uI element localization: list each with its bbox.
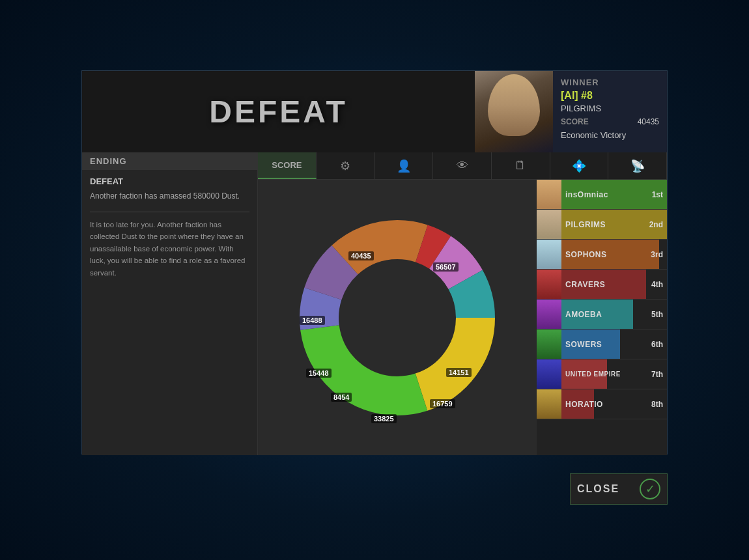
ending-sub-text: Another faction has amassed 580000 Dust.: [90, 190, 249, 202]
lb-name-2: PILGRIMS: [561, 220, 647, 229]
tab-trade[interactable]: 🗒: [492, 152, 550, 179]
main-container: DEFEAT WINNER [AI] #8 PILGRIMS SCORE 404…: [81, 70, 668, 455]
header: DEFEAT WINNER [AI] #8 PILGRIMS SCORE 404…: [82, 71, 667, 152]
donut-chart: 40435 56507 14151 16759 33825 8454 15448…: [287, 207, 508, 428]
label-8454: 8454: [331, 393, 352, 402]
winner-name: [AI] #8: [561, 90, 659, 102]
winner-score-value: 40435: [638, 117, 659, 126]
label-16759: 16759: [430, 399, 455, 408]
tab-population[interactable]: ⚙: [317, 152, 375, 179]
donut-center: [339, 260, 455, 376]
lb-name-5: AMOEBA: [561, 310, 647, 319]
defeat-title: DEFEAT: [209, 94, 347, 130]
lb-rank-1: 1st: [647, 190, 667, 199]
portrait-image: [475, 71, 553, 152]
ending-header: ENDING: [82, 152, 257, 170]
winner-score-row: SCORE 40435: [561, 117, 659, 126]
leaderboard-row-7: UNITED EMPIRE 7th: [537, 359, 667, 389]
ending-defeat-text: DEFEAT: [90, 176, 249, 186]
leaderboard-row-4: CRAVERS 4th: [537, 270, 667, 300]
lb-rank-8: 8th: [647, 400, 667, 409]
label-14151: 14151: [446, 368, 472, 377]
population-icon: ⚙: [340, 159, 350, 173]
tab-science[interactable]: 👁: [433, 152, 492, 179]
avatar-7: [537, 359, 561, 389]
tab-intel[interactable]: 👤: [374, 152, 433, 179]
chart-area: 40435 56507 14151 16759 33825 8454 15448…: [258, 180, 537, 455]
label-isomniac: 56507: [433, 262, 459, 272]
close-button[interactable]: CLOSE ✓: [570, 473, 668, 505]
lb-rank-3: 3rd: [647, 250, 667, 259]
ending-content: DEFEAT Another faction has amassed 58000…: [82, 170, 257, 285]
lb-name-4: CRAVERS: [561, 280, 647, 289]
avatar-5: [537, 300, 561, 329]
extra-icon: 📡: [630, 159, 645, 173]
avatar-3: [537, 240, 561, 270]
winner-label: WINNER: [561, 77, 659, 87]
tabs: SCORE ⚙ 👤 👁 🗒 💠 📡: [258, 152, 667, 180]
avatar-4: [537, 270, 561, 300]
ending-description: It is too late for you. Another faction …: [90, 219, 249, 279]
avatar-8: [537, 389, 561, 419]
leaderboard-row-2: PILGRIMS 2nd: [537, 210, 667, 240]
leaderboard-row-6: SOWERS 6th: [537, 329, 667, 359]
winner-info: WINNER [AI] #8 PILGRIMS SCORE 40435 Econ…: [553, 71, 667, 152]
avatar-1: [537, 180, 561, 210]
score-content: 40435 56507 14151 16759 33825 8454 15448…: [258, 180, 667, 455]
lb-rank-2: 2nd: [647, 220, 667, 229]
winner-faction: PILGRIMS: [561, 104, 659, 113]
intel-icon: 👤: [397, 159, 411, 173]
lb-rank-7: 7th: [647, 370, 667, 379]
lb-name-3: SOPHONS: [561, 250, 647, 259]
close-check-icon: ✓: [640, 479, 660, 499]
lb-rank-6: 6th: [647, 340, 667, 349]
lb-rank-4: 4th: [647, 280, 667, 289]
lb-name-6: SOWERS: [561, 340, 647, 349]
lb-name-7: UNITED EMPIRE: [561, 371, 647, 378]
tab-extra[interactable]: 📡: [608, 152, 667, 179]
label-16488: 16488: [300, 316, 325, 325]
avatar-2: [537, 210, 561, 240]
label-pilgrims: 40435: [348, 251, 374, 260]
label-33825: 33825: [371, 414, 397, 423]
body: ENDING DEFEAT Another faction has amasse…: [82, 152, 667, 455]
left-panel: ENDING DEFEAT Another faction has amasse…: [82, 152, 258, 455]
tab-score-label: SCORE: [272, 160, 302, 170]
leaderboard: insOmniac 1st PILGRIMS 2nd SOPHONS: [537, 180, 667, 455]
lb-rank-5: 5th: [647, 310, 667, 319]
leaderboard-row-8: HORATIO 8th: [537, 389, 667, 419]
leaderboard-row-3: SOPHONS 3rd: [537, 240, 667, 270]
tab-score[interactable]: SCORE: [258, 152, 317, 179]
leaderboard-row-1: insOmniac 1st: [537, 180, 667, 210]
tab-diplomacy[interactable]: 💠: [550, 152, 609, 179]
right-panel: SCORE ⚙ 👤 👁 🗒 💠 📡: [258, 152, 667, 455]
avatar-6: [537, 329, 561, 359]
lb-name-8: HORATIO: [561, 400, 647, 409]
diplomacy-icon: 💠: [572, 159, 586, 173]
science-icon: 👁: [457, 159, 468, 173]
lb-name-1: insOmniac: [561, 190, 647, 199]
trade-icon: 🗒: [515, 159, 526, 173]
leaderboard-row-5: AMOEBA 5th: [537, 300, 667, 329]
close-text: CLOSE: [577, 483, 619, 495]
winner-victory-type: Economic Victory: [561, 130, 659, 140]
label-15448: 15448: [306, 369, 332, 378]
winner-score-label: SCORE: [561, 117, 589, 126]
defeat-section: DEFEAT: [82, 71, 475, 152]
winner-portrait: [475, 71, 553, 152]
ending-divider: [90, 212, 249, 212]
